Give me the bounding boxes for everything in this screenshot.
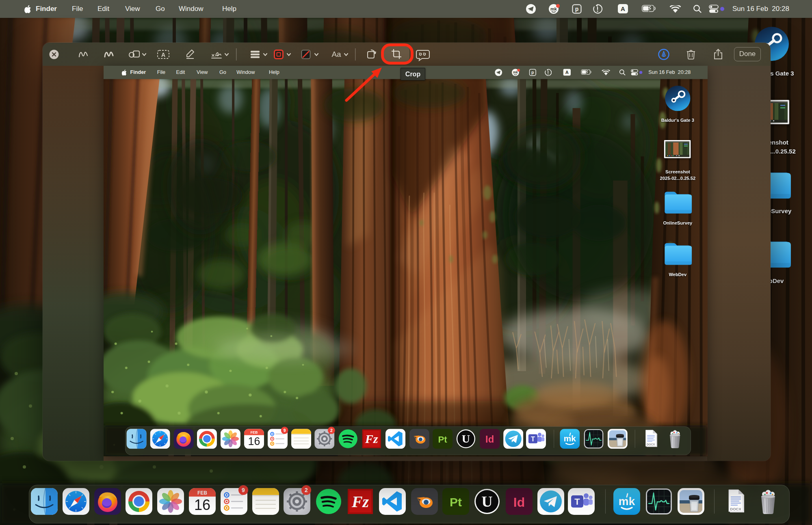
svg-text:16: 16 — [194, 497, 210, 513]
svg-text:A: A — [621, 5, 625, 12]
svg-text:Fz: Fz — [365, 432, 378, 445]
svg-text:T: T — [574, 497, 580, 507]
svg-text:U: U — [481, 493, 492, 510]
svg-text:Id: Id — [513, 495, 525, 510]
svg-text:FEB: FEB — [197, 490, 207, 496]
svg-text:Fz: Fz — [351, 493, 369, 511]
svg-text:FEB: FEB — [251, 430, 258, 434]
svg-text:Id: Id — [485, 434, 494, 445]
svg-text:Aa: Aa — [331, 50, 341, 58]
svg-text:mk: mk — [513, 71, 518, 74]
svg-text:p: p — [575, 6, 579, 12]
svg-text:U: U — [462, 432, 470, 445]
svg-text:p: p — [531, 70, 534, 75]
svg-text:DOCX: DOCX — [647, 443, 655, 446]
svg-text:16: 16 — [248, 435, 260, 447]
svg-text:A: A — [565, 70, 569, 75]
svg-text:Pt: Pt — [450, 495, 462, 509]
svg-text:A: A — [161, 52, 165, 58]
svg-text:T: T — [531, 435, 535, 443]
svg-text:mk: mk — [550, 6, 557, 11]
svg-text:Pt: Pt — [438, 434, 447, 445]
svg-text:DOCX: DOCX — [730, 507, 741, 511]
